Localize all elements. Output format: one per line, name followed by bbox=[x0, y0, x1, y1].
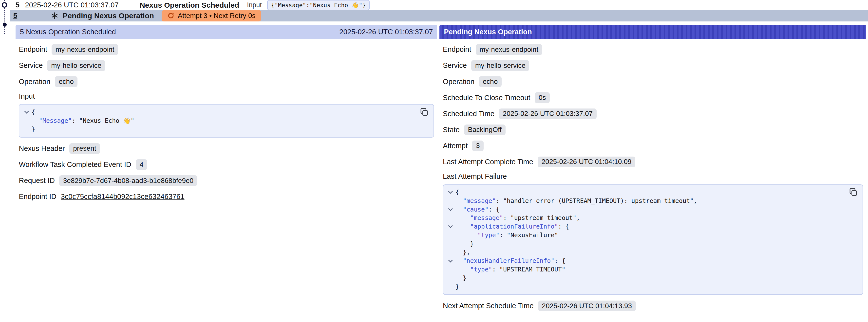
code-line: "message": "upstream timeout", bbox=[445, 214, 846, 222]
pending-panel-header: Pending Nexus Operation bbox=[439, 25, 866, 39]
code-text: "nexusHandlerFailureInfo": { bbox=[456, 257, 565, 265]
pending-title: Pending Nexus Operation bbox=[63, 11, 154, 20]
code-gutter bbox=[445, 205, 456, 214]
code-text: "Message": "Nexus Echo 👋" bbox=[32, 117, 134, 125]
copy-button[interactable] bbox=[849, 188, 858, 197]
collapse-chevron-icon[interactable] bbox=[448, 206, 453, 211]
field-operation: Operation echo bbox=[443, 76, 863, 87]
event-id-link[interactable]: 5 bbox=[16, 1, 20, 9]
failure-json-viewer: { "message": "handler error (UPSTREAM_TI… bbox=[443, 185, 863, 295]
event-row-pending-group[interactable]: 5 Pending Nexus Operation bbox=[10, 10, 868, 21]
service-value-chip: my-hello-service bbox=[471, 60, 529, 71]
code-gutter bbox=[445, 188, 456, 197]
next-attempt-label: Next Attempt Schedule Time bbox=[443, 302, 534, 310]
pending-asterisk-icon bbox=[51, 12, 58, 19]
field-scheduled-time: Scheduled Time 2025-02-26 UTC 01:03:37.0… bbox=[443, 108, 863, 119]
code-text: }, bbox=[456, 248, 470, 257]
pending-panel-body: Endpoint my-nexus-endpoint Service my-he… bbox=[439, 39, 866, 322]
scheduled-panel-body: Endpoint my-nexus-endpoint Service my-he… bbox=[16, 39, 437, 213]
code-gutter bbox=[445, 231, 456, 240]
wft-completed-label: Workflow Task Completed Event ID bbox=[19, 161, 131, 169]
code-text: } bbox=[456, 240, 474, 248]
code-gutter bbox=[445, 197, 456, 205]
scheduled-panel-title: 5 Nexus Operation Scheduled bbox=[20, 28, 116, 36]
code-text: { bbox=[32, 108, 35, 117]
code-line: "type": "NexusFailure" bbox=[445, 231, 846, 240]
code-gutter bbox=[445, 283, 456, 291]
endpoint-value-chip: my-nexus-endpoint bbox=[476, 44, 542, 55]
retry-refresh-icon bbox=[167, 12, 175, 19]
attempt-value-chip: 3 bbox=[472, 140, 484, 151]
nexus-header-label: Nexus Header bbox=[19, 144, 65, 153]
code-line: "type": "UPSTREAM_TIMEOUT" bbox=[445, 265, 846, 274]
scheduled-panel-timestamp: 2025-02-26 UTC 01:03:37.07 bbox=[339, 28, 433, 36]
code-gutter bbox=[445, 240, 456, 248]
scheduled-time-value-chip: 2025-02-26 UTC 01:03:37.07 bbox=[499, 108, 597, 119]
field-state: State BackingOff bbox=[443, 124, 863, 135]
field-attempt: Attempt 3 bbox=[443, 140, 863, 151]
input-section-label: Input bbox=[19, 92, 434, 100]
code-text: } bbox=[456, 274, 467, 283]
pending-panel-title: Pending Nexus Operation bbox=[444, 28, 532, 36]
last-attempt-complete-value-chip: 2025-02-26 UTC 01:04:10.09 bbox=[538, 157, 636, 167]
endpoint-label: Endpoint bbox=[19, 45, 47, 54]
wft-completed-value-chip: 4 bbox=[136, 159, 147, 170]
event-input-preview-chip: {"Message":"Nexus Echo 👋"} bbox=[267, 0, 370, 10]
code-gutter bbox=[22, 108, 31, 117]
code-line: } bbox=[22, 125, 417, 134]
code-line: } bbox=[445, 240, 846, 248]
code-gutter bbox=[445, 248, 456, 257]
timeline-gutter bbox=[0, 0, 10, 322]
code-line: { bbox=[22, 108, 417, 117]
code-text: "message": "handler error (UPSTREAM_TIME… bbox=[456, 197, 697, 205]
collapse-chevron-icon[interactable] bbox=[448, 224, 453, 228]
code-gutter bbox=[445, 214, 456, 222]
endpoint-label: Endpoint bbox=[443, 45, 471, 54]
pending-operation-panel: Pending Nexus Operation Endpoint my-nexu… bbox=[439, 25, 866, 322]
copy-button[interactable] bbox=[420, 108, 429, 117]
field-endpoint-id: Endpoint ID 3c0c75ccfa8144b092c13ce63246… bbox=[19, 191, 434, 202]
field-next-attempt-schedule-time: Next Attempt Schedule Time 2025-02-26 UT… bbox=[443, 300, 863, 312]
collapse-chevron-icon[interactable] bbox=[448, 258, 453, 263]
last-attempt-complete-label: Last Attempt Complete Time bbox=[443, 158, 533, 166]
field-service: Service my-hello-service bbox=[443, 60, 863, 71]
field-service: Service my-hello-service bbox=[19, 60, 434, 71]
endpoint-value-chip: my-nexus-endpoint bbox=[52, 44, 118, 55]
code-line: "nexusHandlerFailureInfo": { bbox=[445, 257, 846, 265]
field-endpoint: Endpoint my-nexus-endpoint bbox=[19, 44, 434, 55]
endpoint-id-link[interactable]: 3c0c75ccfa8144b092c13ce632463761 bbox=[61, 193, 185, 201]
operation-label: Operation bbox=[443, 78, 474, 86]
attempt-badge-label: Attempt 3 • Next Retry 0s bbox=[178, 12, 255, 20]
field-endpoint: Endpoint my-nexus-endpoint bbox=[443, 44, 863, 55]
code-gutter bbox=[22, 125, 31, 134]
field-wft-completed-event-id: Workflow Task Completed Event ID 4 bbox=[19, 159, 434, 170]
service-label: Service bbox=[443, 61, 467, 69]
collapse-chevron-icon[interactable] bbox=[448, 189, 453, 194]
last-attempt-failure-label: Last Attempt Failure bbox=[443, 172, 863, 181]
field-operation: Operation echo bbox=[19, 76, 434, 87]
scheduled-time-label: Scheduled Time bbox=[443, 110, 494, 118]
schedule-to-close-label: Schedule To Close Timeout bbox=[443, 94, 530, 102]
code-line: "Message": "Nexus Echo 👋" bbox=[22, 117, 417, 125]
code-line: "message": "handler error (UPSTREAM_TIME… bbox=[445, 197, 846, 205]
code-gutter bbox=[445, 274, 456, 283]
event-row-scheduled[interactable]: 5 2025-02-26 UTC 01:03:37.07 Nexus Opera… bbox=[10, 0, 868, 10]
event-timestamp: 2025-02-26 UTC 01:03:37.07 bbox=[25, 1, 118, 9]
code-text: "type": "NexusFailure" bbox=[456, 231, 558, 240]
endpoint-id-label: Endpoint ID bbox=[19, 193, 56, 201]
event-detail-panels: 5 Nexus Operation Scheduled 2025-02-26 U… bbox=[10, 22, 868, 322]
code-gutter bbox=[445, 257, 456, 265]
nexus-header-value-chip: present bbox=[69, 143, 100, 154]
field-last-attempt-complete-time: Last Attempt Complete Time 2025-02-26 UT… bbox=[443, 156, 863, 167]
next-attempt-value-chip: 2025-02-26 UTC 01:04:13.93 bbox=[538, 300, 636, 311]
code-gutter bbox=[445, 265, 456, 274]
attempt-label: Attempt bbox=[443, 142, 468, 150]
collapse-chevron-icon[interactable] bbox=[24, 109, 29, 114]
scheduled-panel-header: 5 Nexus Operation Scheduled 2025-02-26 U… bbox=[16, 25, 437, 39]
code-text: "message": "upstream timeout", bbox=[456, 214, 580, 222]
operation-value-chip: echo bbox=[55, 76, 78, 87]
field-schedule-to-close-timeout: Schedule To Close Timeout 0s bbox=[443, 92, 863, 103]
code-text: } bbox=[32, 125, 35, 134]
pending-event-id-link[interactable]: 5 bbox=[13, 11, 17, 20]
code-line: "cause": { bbox=[445, 205, 846, 214]
